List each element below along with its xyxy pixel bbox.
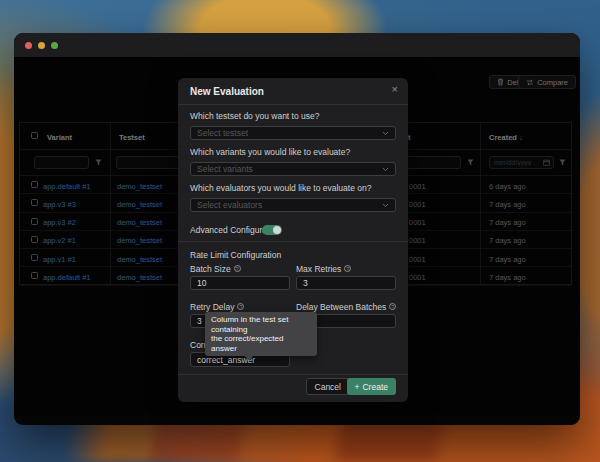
zoom-window-button[interactable]: [51, 42, 58, 49]
question-circle-icon[interactable]: ?: [237, 303, 244, 310]
retry-delay-label: Retry Delay?: [190, 302, 244, 312]
evaluators-select-placeholder: Select evaluators: [197, 200, 262, 210]
max-retries-label: Max Retries?: [296, 264, 351, 274]
batch-size-input[interactable]: [190, 276, 290, 290]
app-window: Delete Compare Variant Testset t C: [14, 33, 580, 425]
create-button[interactable]: + Create: [347, 378, 396, 395]
variants-select-placeholder: Select variants: [197, 164, 253, 174]
batch-size-label: Batch Size?: [190, 264, 241, 274]
chevron-down-icon: [382, 203, 389, 208]
evaluators-select[interactable]: Select evaluators: [190, 198, 396, 212]
question-circle-icon[interactable]: ?: [344, 265, 351, 272]
plus-icon: +: [355, 382, 360, 392]
evaluators-question-label: Which evaluators you would like to evalu…: [190, 183, 371, 193]
testset-question-label: Which testset do you want to use?: [190, 111, 319, 121]
variants-select[interactable]: Select variants: [190, 162, 396, 176]
titlebar: [14, 33, 580, 58]
close-window-button[interactable]: [25, 42, 32, 49]
create-button-label: Create: [362, 382, 388, 392]
variants-question-label: Which variants you would like to evaluat…: [190, 147, 350, 157]
max-retries-label-text: Max Retries: [296, 264, 341, 274]
modal-title: New Evaluation: [190, 86, 264, 97]
advanced-configuration-toggle[interactable]: [262, 225, 282, 235]
batch-size-label-text: Batch Size: [190, 264, 231, 274]
max-retries-input[interactable]: [296, 276, 396, 290]
chevron-down-icon: [382, 131, 389, 136]
toggle-knob: [273, 226, 281, 234]
tooltip-line1: Column in the test set containing: [211, 315, 311, 334]
divider: [178, 374, 408, 375]
divider: [178, 241, 408, 242]
question-circle-icon[interactable]: ?: [389, 303, 396, 310]
correct-answer-tooltip: Column in the test set containing the co…: [205, 312, 317, 356]
cancel-button-label: Cancel: [315, 382, 341, 392]
tooltip-line2: the correct/expected answer: [211, 334, 311, 353]
delay-between-batches-label: Delay Between Batches?: [296, 302, 396, 312]
testset-select[interactable]: Select testset: [190, 126, 396, 140]
chevron-down-icon: [382, 167, 389, 172]
close-icon[interactable]: ×: [392, 83, 398, 95]
delay-between-batches-label-text: Delay Between Batches: [296, 302, 386, 312]
question-circle-icon[interactable]: ?: [234, 265, 241, 272]
testset-select-placeholder: Select testset: [197, 128, 248, 138]
desktop: Delete Compare Variant Testset t C: [0, 0, 600, 462]
new-evaluation-modal: New Evaluation × Which testset do you wa…: [178, 78, 408, 402]
minimize-window-button[interactable]: [38, 42, 45, 49]
traffic-lights: [25, 42, 58, 49]
rate-limit-section-label: Rate Limit Configuration: [190, 250, 281, 260]
cancel-button[interactable]: Cancel: [306, 378, 350, 395]
divider: [178, 104, 408, 105]
retry-delay-label-text: Retry Delay: [190, 302, 234, 312]
